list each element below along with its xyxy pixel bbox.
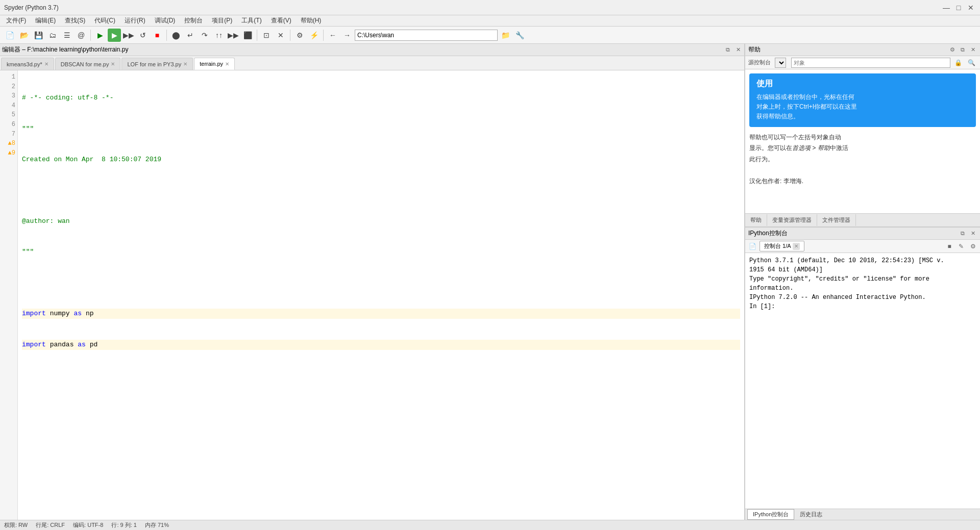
todo-button[interactable]: ✕ [274, 29, 287, 42]
preferences-button[interactable]: ⚙ [293, 29, 306, 42]
help-gear-button[interactable]: ⚙ [948, 46, 957, 54]
help-tab-variables[interactable]: 变量资源管理器 [767, 214, 817, 226]
stop-debug-button[interactable]: ⬛ [241, 29, 254, 42]
right-panel: 帮助 ⚙ ⧉ ✕ 源控制台 🔒 🔍 使用 在编辑器或者控制台中，光标在任何对象上… [745, 44, 980, 520]
separator-1 [90, 30, 91, 41]
menu-item-调试(D)[interactable]: 调试(D) [151, 15, 180, 26]
run-button[interactable]: ▶ [93, 29, 107, 42]
continue-button[interactable]: ▶▶ [227, 29, 240, 42]
console-tab-close[interactable]: ✕ [793, 243, 800, 250]
editor-float-button[interactable]: ⧉ [724, 46, 732, 54]
console-edit-button[interactable]: ✎ [956, 241, 966, 251]
search-button[interactable]: @ [75, 29, 88, 42]
nav-path-input[interactable] [355, 30, 498, 41]
code-line-2: """ [22, 124, 740, 134]
source-dropdown[interactable] [775, 58, 786, 68]
console-close-button[interactable]: ✕ [969, 230, 977, 238]
tab-close-lof[interactable]: ✕ [183, 61, 187, 67]
line-numbers: 1 2 3 4 5 6 7 ▲8 ▲9 [0, 70, 18, 520]
new-file-button[interactable]: 📄 [3, 29, 16, 42]
console-python-version-1: Python 3.7.1 (default, Dec 10 2018, 22:5… [749, 256, 976, 265]
code-area[interactable]: 1 2 3 4 5 6 7 ▲8 ▲9 # -*- coding: utf-8 … [0, 70, 744, 520]
env-button[interactable]: 🔧 [513, 29, 526, 42]
help-search-button[interactable]: 🔍 [966, 58, 977, 68]
code-line-7 [22, 278, 740, 288]
help-close-button[interactable]: ✕ [969, 46, 977, 54]
editor-close-button[interactable]: ✕ [734, 46, 742, 54]
stop-button[interactable]: ↺ [136, 29, 150, 42]
maximize-button[interactable]: □ [953, 3, 964, 13]
close-button[interactable]: ✕ [966, 3, 976, 13]
editor-tabs: kmeans3d.py* ✕ DBSCAN for me.py ✕ LOF fo… [0, 56, 744, 70]
console-footer-tab-ipython[interactable]: IPython控制台 [747, 509, 794, 520]
console-header-controls: ⧉ ✕ [959, 230, 977, 238]
tab-close-terrain[interactable]: ✕ [225, 61, 229, 67]
help-tab-files[interactable]: 文件管理器 [817, 214, 856, 226]
console-tab-1[interactable]: 控制台 1/A ✕ [760, 241, 804, 251]
status-encoding: 编码: UTF-8 [73, 521, 103, 529]
step-out-button[interactable]: ↑↑ [212, 29, 226, 42]
debug-button[interactable]: ⬤ [169, 29, 183, 42]
extra-button[interactable]: ⚡ [307, 29, 321, 42]
browse-button[interactable]: 📁 [499, 29, 512, 42]
main-layout: 编辑器 – F:\machine learning\python\terrain… [0, 44, 980, 520]
console-prompt[interactable]: In [1]: [749, 302, 976, 311]
source-label: 源控制台 [748, 59, 771, 66]
tab-lof[interactable]: LOF for me in PY3.py ✕ [121, 58, 193, 70]
status-position: 行: 9 列: 1 [111, 521, 137, 529]
menu-item-代码(C)[interactable]: 代码(C) [90, 15, 119, 26]
tab-dbscan[interactable]: DBSCAN for me.py ✕ [55, 58, 121, 70]
help-lock-button[interactable]: 🔒 [952, 58, 964, 68]
help-float-button[interactable]: ⧉ [959, 46, 967, 54]
menu-item-项目(P)[interactable]: 项目(P) [208, 15, 236, 26]
menu-item-文件(F)[interactable]: 文件(F) [2, 15, 30, 26]
line-num-7: 7 [3, 130, 15, 139]
object-search-input[interactable] [791, 58, 950, 68]
print-button[interactable]: ☰ [60, 29, 74, 42]
separator-5 [323, 30, 324, 41]
console-content[interactable]: Python 3.7.1 (default, Dec 10 2018, 22:5… [745, 253, 980, 509]
code-line-8: import numpy as np [22, 309, 740, 319]
console-stop-button[interactable]: ■ [944, 241, 954, 251]
code-content[interactable]: # -*- coding: utf-8 -*- """ Created on M… [18, 70, 744, 520]
step-into-button[interactable]: ↵ [184, 29, 197, 42]
console-tab-label: 控制台 1/A [764, 242, 791, 250]
menu-item-查看(V)[interactable]: 查看(V) [267, 15, 296, 26]
help-header: 帮助 ⚙ ⧉ ✕ [745, 44, 980, 56]
minimize-button[interactable]: — [941, 3, 951, 13]
toolbar: 📄 📂 💾 🗂 ☰ @ ▶ ▶ ▶▶ ↺ ■ ⬤ ↵ ↷ ↑↑ ▶▶ ⬛ ⊡ ✕… [0, 27, 980, 44]
save-all-button[interactable]: 🗂 [46, 29, 59, 42]
nav-back-button[interactable]: ← [326, 29, 339, 42]
nav-fwd-button[interactable]: → [340, 29, 354, 42]
cell-button[interactable]: ⊡ [260, 29, 273, 42]
tab-close-kmeans3d[interactable]: ✕ [44, 61, 48, 67]
help-card-title: 使用 [756, 79, 969, 89]
menu-item-查找(S)[interactable]: 查找(S) [61, 15, 89, 26]
code-line-1: # -*- coding: utf-8 -*- [22, 93, 740, 103]
console-float-button[interactable]: ⧉ [959, 230, 967, 238]
tab-close-dbscan[interactable]: ✕ [111, 61, 115, 67]
menu-item-编辑(E)[interactable]: 编辑(E) [31, 15, 60, 26]
console-new-tab-button[interactable]: 📄 [747, 241, 757, 251]
run-file-button[interactable]: ▶ [108, 29, 121, 42]
help-title-area: 帮助 [748, 45, 761, 54]
menu-item-运行(R)[interactable]: 运行(R) [120, 15, 150, 26]
menu-bar: 文件(F)编辑(E)查找(S)代码(C)运行(R)调试(D)控制台项目(P)工具… [0, 15, 980, 27]
console-gear-button[interactable]: ⚙ [968, 241, 978, 251]
menu-item-工具(T)[interactable]: 工具(T) [237, 15, 265, 26]
save-file-button[interactable]: 💾 [32, 29, 45, 42]
tab-kmeans3d[interactable]: kmeans3d.py* ✕ [1, 58, 54, 70]
console-footer-tab-history[interactable]: 历史日志 [794, 509, 828, 520]
help-tab-help[interactable]: 帮助 [745, 214, 767, 226]
line-num-3: 3 [3, 91, 15, 101]
code-line-5: @author: wan [22, 216, 740, 226]
step-over-button[interactable]: ↷ [198, 29, 211, 42]
run-selection-button[interactable]: ▶▶ [122, 29, 135, 42]
stop-exec-button[interactable]: ■ [151, 29, 164, 42]
status-eol: 行尾: CRLF [36, 521, 65, 529]
open-file-button[interactable]: 📂 [17, 29, 31, 42]
menu-item-帮助(H)[interactable]: 帮助(H) [297, 15, 326, 26]
tab-terrain[interactable]: terrain.py ✕ [194, 58, 235, 70]
line-num-8: ▲8 [3, 139, 15, 148]
menu-item-控制台[interactable]: 控制台 [180, 15, 207, 26]
